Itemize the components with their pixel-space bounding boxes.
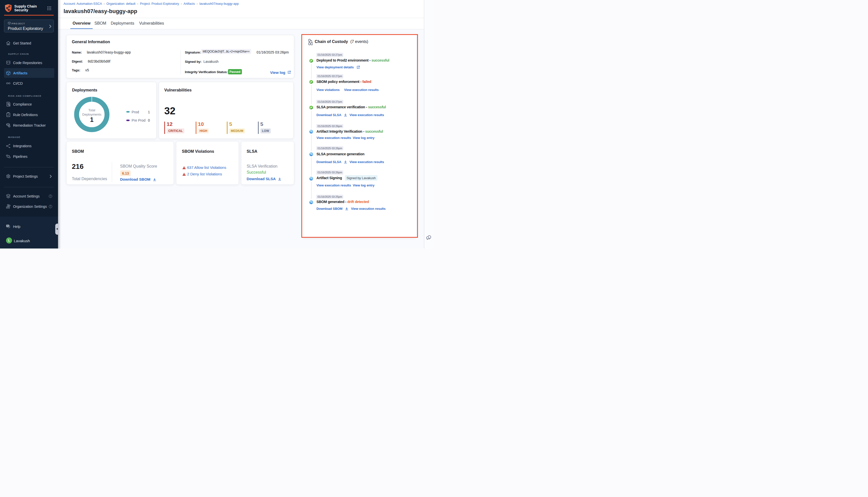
svg-text:?: ?: [7, 225, 8, 227]
